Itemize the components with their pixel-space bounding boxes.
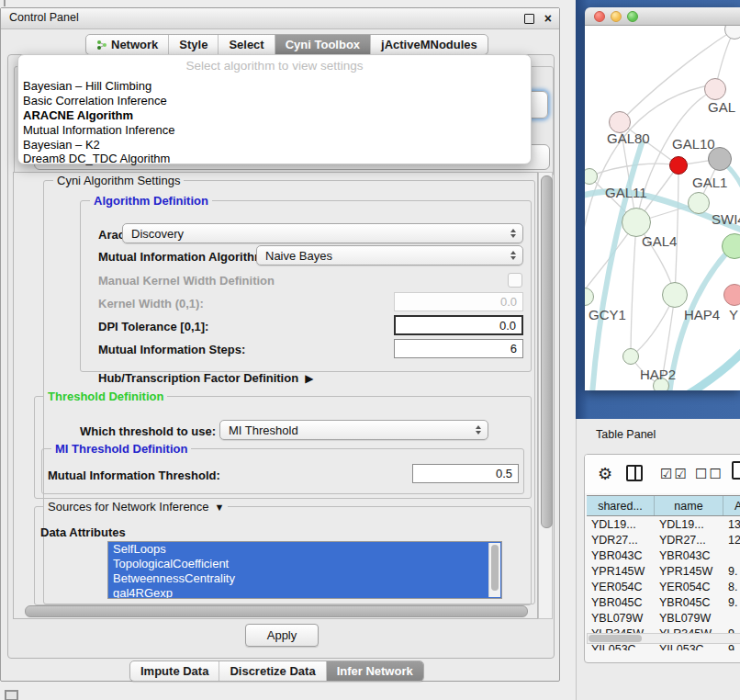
tab-discretize-data[interactable]: Discretize Data <box>219 661 325 681</box>
network-node[interactable] <box>704 78 726 100</box>
hub-definition-toggle[interactable]: Hub/Transcription Factor Definition ▶ <box>98 371 313 385</box>
screen: { "colors": { "accent_blue_label": "#232… <box>0 0 740 700</box>
palette-grip[interactable] <box>5 690 18 700</box>
close-icon[interactable]: × <box>544 10 552 27</box>
mi-threshold-label: Mutual Information Threshold: <box>48 469 220 482</box>
stepper-icon <box>476 425 481 435</box>
attribute-item[interactable]: TopologicalCoefficient <box>108 557 501 571</box>
mi-algorithm-type-combo[interactable]: Naive Bayes <box>256 245 523 265</box>
node-label: GAL11 <box>605 185 647 200</box>
which-threshold-value: MI Threshold <box>229 423 298 437</box>
network-node-hap4[interactable] <box>662 282 688 308</box>
table-toolbar: ⚙ ☑☑ ☐☐ <box>585 455 740 493</box>
node-label: Y <box>729 307 738 322</box>
node-label: HAP2 <box>640 367 676 382</box>
zoom-window-icon[interactable] <box>627 11 638 22</box>
table-panel-title: Table Panel <box>596 428 656 441</box>
popup-item[interactable]: Mutual Information Inference <box>23 123 174 138</box>
node-label: GAL80 <box>607 130 650 146</box>
divider-tick <box>4 0 6 6</box>
node-label: GCY1 <box>589 307 626 322</box>
dpi-tolerance-label: DPI Tolerance [0,1]: <box>98 320 208 333</box>
minimize-window-icon[interactable] <box>611 11 622 22</box>
column-header[interactable]: A <box>723 496 740 515</box>
dpi-tolerance-field[interactable]: 0.0 <box>394 315 523 335</box>
mi-steps-field[interactable]: 6 <box>394 339 523 358</box>
kernel-width-label: Kernel Width (0,1): <box>98 297 204 310</box>
control-panel: Control Panel × Network Style Select Cyn… <box>0 7 560 682</box>
table-row[interactable]: YDL19... YDL19... 13 <box>587 516 740 532</box>
float-icon[interactable] <box>524 14 534 24</box>
attribute-item[interactable]: SelfLoops <box>108 542 501 557</box>
attribute-item[interactable]: BetweennessCentrality <box>108 571 501 586</box>
settings-horizontal-scrollbar[interactable] <box>25 605 528 617</box>
aracne-mode-combo[interactable]: Discovery <box>122 223 523 243</box>
kernel-width-field[interactable]: 0.0 <box>394 292 523 311</box>
manual-kernel-width-checkbox[interactable] <box>508 273 522 288</box>
threshold-definition-title: Threshold Definition <box>44 390 167 403</box>
settings-vertical-scrollbar-thumb[interactable] <box>541 175 553 528</box>
tab-jactivemnodules[interactable]: jActiveMNodules <box>370 35 488 54</box>
network-window-titlebar[interactable] <box>585 7 740 26</box>
network-node-hap2[interactable] <box>622 348 639 365</box>
popup-item[interactable]: Bayesian – K2 <box>23 138 100 152</box>
mi-threshold-field[interactable]: 0.5 <box>412 464 519 483</box>
node-label: HAP4 <box>684 307 720 322</box>
popup-item-selected[interactable]: ARACNE Algorithm <box>23 108 133 123</box>
network-node-gal1[interactable] <box>688 192 710 214</box>
columns-icon[interactable] <box>626 465 643 481</box>
network-canvas[interactable]: GAL GAL80 GAL10 GAL1 GAL11 GAL4 SWI4 GCY… <box>585 26 740 390</box>
which-threshold-combo[interactable]: MI Threshold <box>219 420 488 440</box>
close-window-icon[interactable] <box>594 11 605 22</box>
mi-algorithm-type-value: Naive Bayes <box>265 249 332 263</box>
network-window[interactable]: GAL GAL80 GAL10 GAL1 GAL11 GAL4 SWI4 GCY… <box>585 7 740 390</box>
node-label: GAL4 <box>642 233 677 249</box>
table-horizontal-scrollbar[interactable] <box>587 633 740 644</box>
stepper-icon <box>510 229 516 238</box>
cyni-bottom-tabs: Impute Data Discretize Data Infer Networ… <box>129 660 424 682</box>
table-horizontal-scrollbar-thumb[interactable] <box>589 635 642 642</box>
column-header[interactable]: name <box>655 496 723 515</box>
deselect-all-checkboxes-icon[interactable]: ☐☐ <box>695 466 723 482</box>
collapse-arrow-icon: ▼ <box>215 502 225 513</box>
popup-item[interactable]: Dream8 DC_TDC Algorithm <box>23 152 170 166</box>
tab-network[interactable]: Network <box>86 35 168 54</box>
gear-icon[interactable]: ⚙ <box>598 464 614 484</box>
tab-infer-network[interactable]: Infer Network <box>326 661 423 681</box>
column-header[interactable]: shared... <box>587 496 655 515</box>
tab-cyni-toolbox[interactable]: Cyni Toolbox <box>275 35 370 54</box>
table-row[interactable]: YBR043C YBR043C <box>587 548 740 563</box>
table-row[interactable]: YPR145W YPR145W 9. <box>587 563 740 579</box>
attribute-list-scrollbar[interactable] <box>488 543 500 597</box>
cyni-settings-scrollpane: Cyni Algorithm Settings Algorithm Defini… <box>13 172 538 619</box>
sources-group-title[interactable]: Sources for Network Inference ▼ <box>44 500 228 514</box>
tab-select[interactable]: Select <box>218 35 274 54</box>
table-row[interactable]: YBL079W YBL079W <box>587 610 740 626</box>
network-node-pink[interactable] <box>723 284 740 306</box>
popup-item[interactable]: Bayesian – Hill Climbing <box>23 79 151 94</box>
mi-steps-label: Mutual Information Steps: <box>98 343 245 356</box>
stepper-icon <box>510 251 516 260</box>
attribute-item[interactable]: gal4RGexp <box>108 586 501 599</box>
tab-impute-data[interactable]: Impute Data <box>130 661 219 681</box>
cyni-settings-group-title: Cyni Algorithm Settings <box>53 174 184 187</box>
node-label: GAL10 <box>672 136 715 152</box>
table-row[interactable]: YBR045C YBR045C 9. <box>587 594 740 610</box>
table-row[interactable]: YDR27... YDR27... 12 <box>587 532 740 548</box>
network-node-swi4[interactable] <box>722 233 740 259</box>
table-row[interactable]: YER054C YER054C 8. <box>587 579 740 594</box>
popup-item[interactable]: Basic Correlation Inference <box>23 94 167 108</box>
apply-button[interactable]: Apply <box>245 624 319 647</box>
export-file-icon[interactable] <box>732 461 740 480</box>
select-all-checkboxes-icon[interactable]: ☑☑ <box>660 466 689 482</box>
settings-vertical-scrollbar[interactable] <box>538 172 553 619</box>
mi-threshold-group-title: MI Threshold Definition <box>51 442 191 456</box>
control-panel-titlebar[interactable]: Control Panel × <box>1 8 559 29</box>
manual-kernel-width-label: Manual Kernel Width Definition <box>98 274 275 288</box>
network-node-red[interactable] <box>669 156 688 175</box>
node-label: GAL1 <box>692 175 727 190</box>
tab-style[interactable]: Style <box>168 35 218 54</box>
aracne-mode-value: Discovery <box>131 227 184 241</box>
table-rows-viewport: YDL19... YDL19... 13 YDR27... YDR27... 1… <box>587 516 740 650</box>
network-icon <box>96 40 107 51</box>
